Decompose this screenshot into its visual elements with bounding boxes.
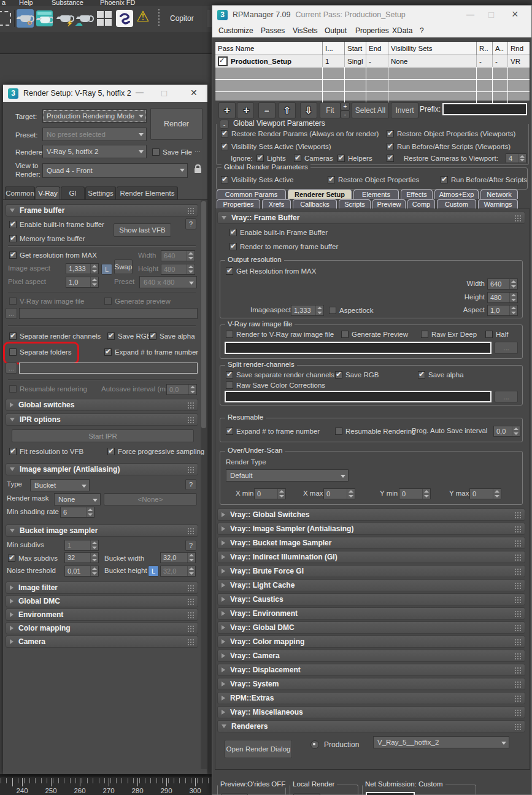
rollout-rpm-extras[interactable]: RPM::Extras [217,692,525,704]
rollout-vray-global-dmc[interactable]: Vray:: Global DMC [217,621,525,634]
memory-frame-buffer-checkbox[interactable]: Memory frame buffer [9,234,85,244]
aspectlock-checkbox[interactable]: Aspectlock [329,305,374,315]
expand-hash-rpm-checkbox[interactable]: Expand # to frame number [226,426,320,436]
run-before-after-scripts-checkbox[interactable]: Run Before/After Scripts [441,175,527,185]
rollout-environment[interactable]: Environment [6,609,198,621]
menu-vissets[interactable]: VisSets [293,24,317,37]
lock-icon[interactable] [195,168,201,173]
rollout-vray-environment[interactable]: Vray:: Environment [217,607,525,620]
tab-settings[interactable]: Settings [85,186,116,199]
autosave-interval-spinner[interactable]: 0,0 [166,384,197,395]
rollout-vray-indirect-illumination[interactable]: Vray:: Indirect Illumination (GI) [217,551,525,563]
tab-xrefs[interactable]: Xrefs [262,199,291,209]
rollout-global-switches[interactable]: Global switches [6,399,198,411]
menu-properties[interactable]: Properties [355,24,389,37]
enable-builtin-fb-checkbox[interactable]: Enable built-in frame buffer [9,220,104,229]
tab-renderer-setup[interactable]: Renderer Setup [288,190,352,199]
raw-browse-button-rpm[interactable]: ... [495,342,518,354]
get-resolution-from-max-rpm-checkbox[interactable]: Get Resolution from MAX [226,266,316,276]
spinner-arrows[interactable] [509,305,517,315]
help-button[interactable]: ? [185,218,196,229]
preset-dropdown[interactable]: No preset selected [42,128,147,141]
tab-effects[interactable]: Effects [401,190,433,199]
menu-help[interactable]: ? [420,24,424,37]
menu-output[interactable]: Output [325,24,347,37]
spinner-arrows[interactable] [509,279,517,289]
ymin-spinner[interactable]: 0 [399,488,431,499]
col-start[interactable]: Start [345,42,366,55]
spinner-arrows[interactable] [187,251,195,261]
tab-preview[interactable]: Preview [372,199,406,209]
rollout-vray-image-sampler[interactable]: Vray:: Image Sampler (Antialiasing) [217,523,525,535]
raw-exr-deep-checkbox[interactable]: Raw Exr Deep [421,329,477,339]
rpmanager-titlebar[interactable]: 3 RPManager 7.09 Current Pass: Productio… [212,6,531,24]
save-alpha-rpm-checkbox[interactable]: Save alpha [418,370,464,380]
menu-xdata[interactable]: XData [392,24,412,37]
prefix-input[interactable] [442,103,527,115]
spinner-arrows[interactable] [518,154,526,163]
spinner-arrows[interactable] [90,566,98,576]
half-checkbox[interactable]: Half [485,329,508,339]
rpm-enable-builtin-fb-checkbox[interactable]: Enable built-in Frame Buffer [229,228,328,237]
render-mask-none-button[interactable]: <None> [104,493,197,505]
force-progressive-sampling-checkbox[interactable]: Force progressive sampling [107,447,204,456]
add-multiple-passes-button[interactable]: + [237,102,254,118]
tab-elements[interactable]: Elements [353,190,399,199]
remove-pass-button[interactable]: − [258,102,276,118]
selection-region-icon[interactable] [0,11,11,26]
save-file-checkbox[interactable]: Save File [152,147,192,157]
spinner-arrows[interactable] [188,385,196,394]
ymax-spinner[interactable]: 0 [469,488,501,499]
tab-warnings[interactable]: Warnings [478,199,518,209]
open-render-dialog-button[interactable]: Open Render Dialog [225,740,292,758]
separate-folders-checkbox[interactable]: Separate folders [9,347,71,357]
tab-comp[interactable]: Comp [407,199,435,209]
quick-render-icon[interactable]: ⚡ [56,10,74,26]
rendered-frame-window-icon[interactable] [36,10,53,26]
net-submission-input-stub[interactable] [366,792,415,795]
rollout-global-dmc[interactable]: Global DMC [6,595,198,607]
min-subdivs-spinner[interactable]: 1 [64,540,99,551]
col-i[interactable]: I... [323,42,345,55]
close-icon[interactable]: ✕ [190,88,198,98]
rollout-vray-light-cache[interactable]: Vray:: Light Cache [217,579,525,591]
col-rnd[interactable]: Rnd [508,42,528,55]
generate-preview-checkbox[interactable]: Generate preview [104,296,171,306]
rollout-camera[interactable]: Camera [6,636,198,648]
rollout-bucket-image-sampler[interactable]: Bucket image sampler [6,524,198,537]
tab-gi[interactable]: GI [61,186,85,199]
spinner-arrows[interactable] [86,507,94,517]
rollout-color-mapping[interactable]: Color mapping [6,622,198,634]
save-separate-channels-checkbox[interactable]: Save separate render channels [226,370,334,380]
resumable-rendering-rpm-checkbox[interactable]: Resumable Rendering [335,426,415,436]
spinner-arrows[interactable] [187,553,195,563]
raw-file-path-input-rpm[interactable] [225,342,492,354]
rollout-vray-displacement[interactable]: Vray:: Displacement [217,664,525,676]
tab-common-params[interactable]: Common Params [217,190,286,199]
start-ipr-button[interactable]: Start IPR [12,429,194,442]
move-up-button[interactable]: ⇧ [279,102,296,118]
tab-scripts[interactable]: Scripts [339,199,371,209]
tab-network[interactable]: Network [480,190,518,199]
rpm-width-spinner[interactable]: 640 [487,278,518,290]
pass-row[interactable]: ✓ Production_Setup 1 Singl - None - - VR [215,55,530,67]
menu-item-phoenixfd[interactable]: Phoenix FD [100,0,135,6]
rollout-vray-miscellaneous[interactable]: Vray:: Miscellaneous [217,706,525,718]
imageaspect-spinner[interactable]: 1,333 [291,305,324,316]
save-rgb-rpm-checkbox[interactable]: Save RGB [335,370,379,380]
renderer-dropdown-rpm[interactable]: V_Ray_5__hotfix_2 [373,736,509,748]
col-end[interactable]: End [366,42,388,55]
spinner-arrows[interactable] [315,305,323,315]
raw-save-color-corrections-checkbox[interactable]: Raw Save Color Corrections [226,380,325,390]
pass-enabled-checkbox[interactable]: ✓ [218,56,228,66]
help-button[interactable]: ? [185,540,196,551]
separate-render-channels-checkbox[interactable]: Separate render channels [9,331,101,341]
render-setup-icon[interactable]: ⚙ [17,9,34,28]
ignore-helpers-checkbox[interactable]: Helpers [337,153,372,163]
menu-customize[interactable]: Customize [218,24,253,37]
height-spinner[interactable]: 480 [161,264,195,275]
menu-item[interactable]: a [2,0,6,6]
get-resolution-from-max-checkbox[interactable]: Get resolution from MAX [9,250,97,260]
render-mask-dropdown[interactable]: None [54,493,101,505]
minimize-icon[interactable]: — [466,10,474,19]
